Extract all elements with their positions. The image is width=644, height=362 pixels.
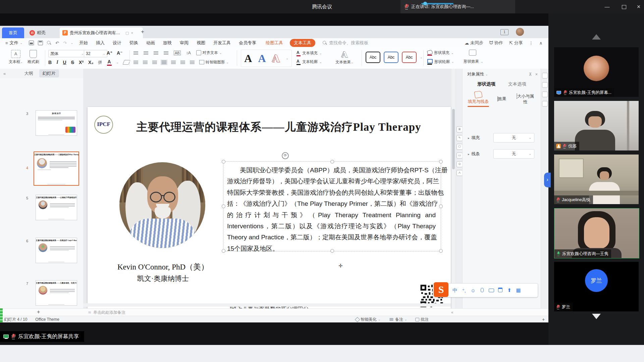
resize-handle-se[interactable] [439,249,443,253]
tab-docer[interactable]: 稻 稻壳 [27,27,59,38]
slide[interactable]: IPCF 主要代理运营的课程体系——儿童游戏治疗Play Therapy ⟳ [88,107,451,315]
layers-icon[interactable]: ≣ [457,126,463,132]
scroll-down-icon[interactable] [592,314,601,319]
bullet-list-icon[interactable] [133,51,138,55]
underline-button[interactable]: U [63,60,66,65]
zoom-in-button[interactable]: + [542,317,545,322]
more-icon[interactable]: ⋮ [529,41,533,46]
customize-toolbar-icon[interactable]: ⌄ [71,41,73,45]
slide-thumbnail-7[interactable]: 主要代理运营的课程体系——儿童多动症、注意力训练课程 [36,280,77,306]
vertical-scrollbar[interactable] [451,69,455,308]
window-switch-icon[interactable]: 1 [500,29,508,35]
grow-font-button[interactable]: A⁺ [107,50,113,56]
font-size-select[interactable]: 32⌄ [84,50,107,57]
rail-properties-icon[interactable] [542,73,548,78]
menu-item[interactable]: 设计 [113,40,121,46]
bold-button[interactable]: B [48,60,52,65]
participant-tile-3[interactable]: Jacqueline高悦 [554,155,639,204]
minimize-button[interactable]: — [600,0,614,13]
font-name-select[interactable]: 黑体⌄ [48,50,86,57]
phonetic-button[interactable]: 拼 [98,60,102,65]
rail-animation-icon[interactable] [542,82,548,88]
volume-knob[interactable] [423,2,427,5]
increase-indent-icon[interactable] [164,51,168,55]
theme-name[interactable]: Office Theme [35,317,59,322]
collapse-panel-icon[interactable]: « [3,71,6,76]
italic-button[interactable]: I [56,60,58,65]
collab-button[interactable]: ᗢ协作 [489,40,503,46]
text-style-red[interactable]: Abc [402,52,417,63]
maximize-button[interactable] [616,0,631,13]
tab-home[interactable]: 首页 [2,27,24,38]
save-icon[interactable] [29,41,34,45]
participant-tile-2[interactable]: 倪慕 [554,101,639,150]
format-painter-tool[interactable]: 格式刷 [28,50,39,64]
slide-thumbnail-4-selected[interactable]: 主要代理运营的课程体系——儿童游戏治疗Play Therapy [34,152,79,186]
shape-effect-button[interactable]: 形状效果⌄ [464,59,483,64]
menu-item[interactable]: 动画 [146,40,155,46]
lang-zh-icon[interactable]: 中 [450,287,460,294]
horizontal-scrollbar[interactable] [83,303,451,307]
para-spacing-icon[interactable] [190,61,195,64]
subtab-size-props[interactable]: 大小与属性 [515,94,536,105]
voice-icon[interactable] [478,288,487,293]
participant-tile-5[interactable]: 罗兰 罗兰 [554,262,639,311]
to-smartart-button[interactable]: 转智能图形⌄ [199,60,229,65]
file-menu[interactable]: ≡ 文件 ⌄ [5,40,29,46]
menu-item[interactable]: 会员专享 [239,40,256,46]
undo-icon[interactable]: ↶ [55,41,59,46]
participant-tile-4[interactable]: 乐宜欢颜心理咨询—王隽 [554,208,639,258]
pin-icon[interactable]: ⊼ [529,72,532,77]
line-section-header[interactable]: ▸ 线条 [468,151,480,157]
menu-item[interactable]: 切换 [129,40,138,46]
text-style-blue[interactable]: Abc [384,52,398,63]
new-tab-button[interactable]: + [141,28,144,35]
print-preview-icon[interactable] [47,41,51,45]
notes-bar[interactable]: ≋ 单击此处添加备注 « [0,308,636,316]
fill-section-header[interactable]: ▸ 填充 [468,135,480,141]
align-center-icon[interactable] [143,61,148,64]
menu-draw-tool[interactable]: 绘图工具 [266,40,283,46]
resize-handle-n[interactable] [330,160,334,164]
number-list-icon[interactable] [144,51,148,55]
subscript-button[interactable]: X₂ [88,60,94,65]
text-outline-button[interactable]: A 文本轮廓⌄ [297,59,322,65]
vertical-scrollbar-thumb[interactable] [452,109,455,169]
toolbox-icon[interactable] [496,288,505,293]
notes-button[interactable]: 备注⌄ [389,317,407,322]
frame-icon[interactable]: ▭ [457,153,463,159]
sidebar-collapse-handle[interactable]: › [544,173,551,187]
menu-item[interactable]: 放映 [163,40,172,46]
fill-value-select[interactable]: 无 ⌄ [493,133,534,142]
decrease-indent-icon[interactable] [154,51,158,55]
resize-handle-e[interactable] [439,204,443,208]
emoji-icon[interactable]: ☺ [469,288,478,293]
font-color-button[interactable]: A [107,59,112,66]
punctuation-icon[interactable]: °, [460,288,469,293]
redo-icon[interactable]: ↷ [63,41,67,46]
menu-item[interactable]: 插入 [96,40,105,46]
participant-tile-1[interactable]: 乐宜欢颜-王隽的屏幕... [554,47,639,97]
speaker-name-cn[interactable]: 凯文·奥康纳博士 [108,274,218,283]
close-button[interactable]: × [631,0,644,13]
wordart-blue[interactable]: A [258,52,266,65]
text-fill-button[interactable]: A 文本填充⌄ [297,50,322,56]
shape-fill-button[interactable]: 形状填充⌄ [427,50,454,56]
tab-outline[interactable]: 大纲 [24,70,33,76]
wordart-black[interactable]: A [244,52,252,65]
distribute-icon[interactable] [171,61,176,64]
shapes-icon[interactable]: ⬠ [457,144,463,150]
shrink-font-button[interactable]: A⁻ [117,50,123,56]
menu-item[interactable]: 开始 [79,40,88,46]
notes-collapse-icon[interactable]: « [451,310,453,315]
align-text-button[interactable]: 对齐文本⌄ [196,50,222,55]
wordart-red-outline[interactable]: A [272,52,280,65]
align-right-icon[interactable] [152,61,157,64]
resize-handle-sw[interactable] [222,249,225,253]
comments-button[interactable]: 批注 [415,317,429,322]
tab-shape-options[interactable]: 形状选项 [477,81,495,87]
menu-item[interactable]: 视图 [197,40,205,46]
panel-close-icon[interactable]: × [535,72,538,77]
menu-item[interactable]: 审阅 [180,40,189,46]
grid-icon[interactable]: ▦ [514,287,523,293]
